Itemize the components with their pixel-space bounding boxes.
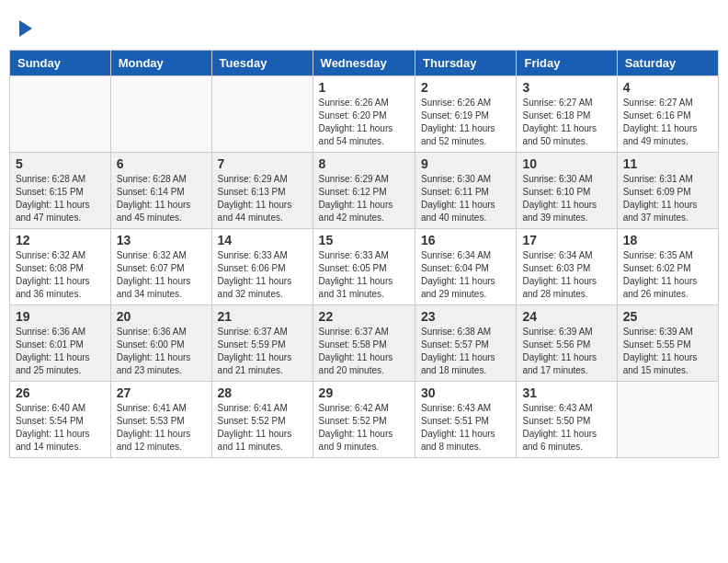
day-number: 26 (16, 385, 105, 400)
day-number: 4 (623, 80, 712, 95)
page-header (9, 9, 719, 42)
day-number: 1 (319, 80, 409, 95)
day-number: 28 (218, 385, 307, 400)
day-number: 23 (421, 309, 510, 324)
logo-icon (19, 20, 32, 37)
day-info: Sunrise: 6:43 AMSunset: 5:50 PMDaylight:… (522, 402, 610, 454)
calendar-day-cell: 17Sunrise: 6:34 AMSunset: 6:03 PMDayligh… (517, 229, 617, 305)
calendar-day-cell: 4Sunrise: 6:27 AMSunset: 6:16 PMDaylight… (617, 76, 718, 153)
day-number: 5 (16, 156, 105, 171)
day-info: Sunrise: 6:27 AMSunset: 6:18 PMDaylight:… (522, 97, 610, 148)
day-number: 29 (319, 385, 409, 400)
day-info: Sunrise: 6:28 AMSunset: 6:15 PMDaylight:… (16, 173, 105, 224)
day-number: 7 (218, 156, 307, 171)
calendar-day-cell: 30Sunrise: 6:43 AMSunset: 5:51 PMDayligh… (415, 382, 517, 458)
day-info: Sunrise: 6:34 AMSunset: 6:04 PMDaylight:… (421, 249, 510, 301)
day-info: Sunrise: 6:43 AMSunset: 5:51 PMDaylight:… (421, 402, 510, 454)
day-info: Sunrise: 6:28 AMSunset: 6:14 PMDaylight:… (117, 173, 206, 224)
day-info: Sunrise: 6:29 AMSunset: 6:13 PMDaylight:… (218, 173, 307, 224)
day-number: 12 (16, 233, 105, 247)
calendar-day-cell: 16Sunrise: 6:34 AMSunset: 6:04 PMDayligh… (415, 229, 517, 305)
day-info: Sunrise: 6:36 AMSunset: 6:01 PMDaylight:… (16, 326, 105, 377)
weekday-header-monday: Monday (110, 51, 211, 76)
calendar-day-cell: 13Sunrise: 6:32 AMSunset: 6:07 PMDayligh… (110, 229, 211, 305)
day-number: 17 (522, 233, 610, 247)
day-number: 22 (319, 309, 409, 324)
day-info: Sunrise: 6:32 AMSunset: 6:08 PMDaylight:… (16, 249, 105, 301)
calendar-day-cell: 21Sunrise: 6:37 AMSunset: 5:59 PMDayligh… (211, 305, 313, 382)
calendar-day-cell: 7Sunrise: 6:29 AMSunset: 6:13 PMDaylight… (211, 153, 313, 229)
calendar-day-cell: 29Sunrise: 6:42 AMSunset: 5:52 PMDayligh… (313, 382, 415, 458)
weekday-header-friday: Friday (517, 51, 617, 76)
day-number: 30 (421, 385, 510, 400)
calendar-day-cell: 28Sunrise: 6:41 AMSunset: 5:52 PMDayligh… (211, 382, 313, 458)
calendar-day-cell: 27Sunrise: 6:41 AMSunset: 5:53 PMDayligh… (110, 382, 211, 458)
day-number: 27 (117, 385, 206, 400)
day-number: 18 (623, 233, 712, 247)
day-info: Sunrise: 6:29 AMSunset: 6:12 PMDaylight:… (319, 173, 409, 224)
calendar-week-row: 1Sunrise: 6:26 AMSunset: 6:20 PMDaylight… (10, 76, 719, 153)
calendar-day-cell: 18Sunrise: 6:35 AMSunset: 6:02 PMDayligh… (617, 229, 718, 305)
calendar-week-row: 19Sunrise: 6:36 AMSunset: 6:01 PMDayligh… (10, 305, 719, 382)
day-number: 6 (117, 156, 206, 171)
day-info: Sunrise: 6:33 AMSunset: 6:05 PMDaylight:… (319, 249, 409, 301)
weekday-header-sunday: Sunday (10, 51, 111, 76)
calendar-day-cell (617, 382, 718, 458)
day-number: 9 (421, 156, 510, 171)
day-info: Sunrise: 6:42 AMSunset: 5:52 PMDaylight:… (319, 402, 409, 454)
day-number: 31 (522, 385, 610, 400)
calendar-day-cell: 26Sunrise: 6:40 AMSunset: 5:54 PMDayligh… (10, 382, 111, 458)
weekday-header-wednesday: Wednesday (313, 51, 415, 76)
calendar-day-cell: 14Sunrise: 6:33 AMSunset: 6:06 PMDayligh… (211, 229, 313, 305)
day-info: Sunrise: 6:30 AMSunset: 6:11 PMDaylight:… (421, 173, 510, 224)
day-info: Sunrise: 6:41 AMSunset: 5:52 PMDaylight:… (218, 402, 307, 454)
weekday-header-tuesday: Tuesday (211, 51, 313, 76)
day-number: 13 (117, 233, 206, 247)
logo (17, 14, 32, 38)
calendar-day-cell: 11Sunrise: 6:31 AMSunset: 6:09 PMDayligh… (617, 153, 718, 229)
calendar-day-cell: 12Sunrise: 6:32 AMSunset: 6:08 PMDayligh… (10, 229, 111, 305)
calendar-day-cell: 23Sunrise: 6:38 AMSunset: 5:57 PMDayligh… (415, 305, 517, 382)
day-info: Sunrise: 6:27 AMSunset: 6:16 PMDaylight:… (623, 97, 712, 148)
calendar-day-cell: 31Sunrise: 6:43 AMSunset: 5:50 PMDayligh… (517, 382, 617, 458)
day-info: Sunrise: 6:38 AMSunset: 5:57 PMDaylight:… (421, 326, 510, 377)
calendar-day-cell: 8Sunrise: 6:29 AMSunset: 6:12 PMDaylight… (313, 153, 415, 229)
day-info: Sunrise: 6:34 AMSunset: 6:03 PMDaylight:… (522, 249, 610, 301)
day-number: 10 (522, 156, 610, 171)
day-info: Sunrise: 6:41 AMSunset: 5:53 PMDaylight:… (117, 402, 206, 454)
weekday-header-row: SundayMondayTuesdayWednesdayThursdayFrid… (10, 51, 719, 76)
day-number: 21 (218, 309, 307, 324)
calendar-day-cell: 19Sunrise: 6:36 AMSunset: 6:01 PMDayligh… (10, 305, 111, 382)
calendar-day-cell: 3Sunrise: 6:27 AMSunset: 6:18 PMDaylight… (517, 76, 617, 153)
day-number: 14 (218, 233, 307, 247)
calendar-day-cell (110, 76, 211, 153)
day-number: 8 (319, 156, 409, 171)
day-info: Sunrise: 6:31 AMSunset: 6:09 PMDaylight:… (623, 173, 712, 224)
day-info: Sunrise: 6:32 AMSunset: 6:07 PMDaylight:… (117, 249, 206, 301)
day-info: Sunrise: 6:36 AMSunset: 6:00 PMDaylight:… (117, 326, 206, 377)
calendar-day-cell: 20Sunrise: 6:36 AMSunset: 6:00 PMDayligh… (110, 305, 211, 382)
day-number: 16 (421, 233, 510, 247)
day-number: 25 (623, 309, 712, 324)
day-number: 15 (319, 233, 409, 247)
weekday-header-thursday: Thursday (415, 51, 517, 76)
calendar-day-cell: 25Sunrise: 6:39 AMSunset: 5:55 PMDayligh… (617, 305, 718, 382)
day-info: Sunrise: 6:37 AMSunset: 5:59 PMDaylight:… (218, 326, 307, 377)
day-info: Sunrise: 6:39 AMSunset: 5:55 PMDaylight:… (623, 326, 712, 377)
day-info: Sunrise: 6:30 AMSunset: 6:10 PMDaylight:… (522, 173, 610, 224)
calendar-day-cell: 1Sunrise: 6:26 AMSunset: 6:20 PMDaylight… (313, 76, 415, 153)
calendar-week-row: 12Sunrise: 6:32 AMSunset: 6:08 PMDayligh… (10, 229, 719, 305)
day-info: Sunrise: 6:26 AMSunset: 6:20 PMDaylight:… (319, 97, 409, 148)
day-info: Sunrise: 6:35 AMSunset: 6:02 PMDaylight:… (623, 249, 712, 301)
day-info: Sunrise: 6:33 AMSunset: 6:06 PMDaylight:… (218, 249, 307, 301)
day-info: Sunrise: 6:39 AMSunset: 5:56 PMDaylight:… (522, 326, 610, 377)
calendar-day-cell: 10Sunrise: 6:30 AMSunset: 6:10 PMDayligh… (517, 153, 617, 229)
day-info: Sunrise: 6:26 AMSunset: 6:19 PMDaylight:… (421, 97, 510, 148)
day-number: 2 (421, 80, 510, 95)
calendar-day-cell (211, 76, 313, 153)
day-info: Sunrise: 6:40 AMSunset: 5:54 PMDaylight:… (16, 402, 105, 454)
day-info: Sunrise: 6:37 AMSunset: 5:58 PMDaylight:… (319, 326, 409, 377)
day-number: 19 (16, 309, 105, 324)
calendar-day-cell: 6Sunrise: 6:28 AMSunset: 6:14 PMDaylight… (110, 153, 211, 229)
calendar-table: SundayMondayTuesdayWednesdayThursdayFrid… (9, 50, 719, 458)
